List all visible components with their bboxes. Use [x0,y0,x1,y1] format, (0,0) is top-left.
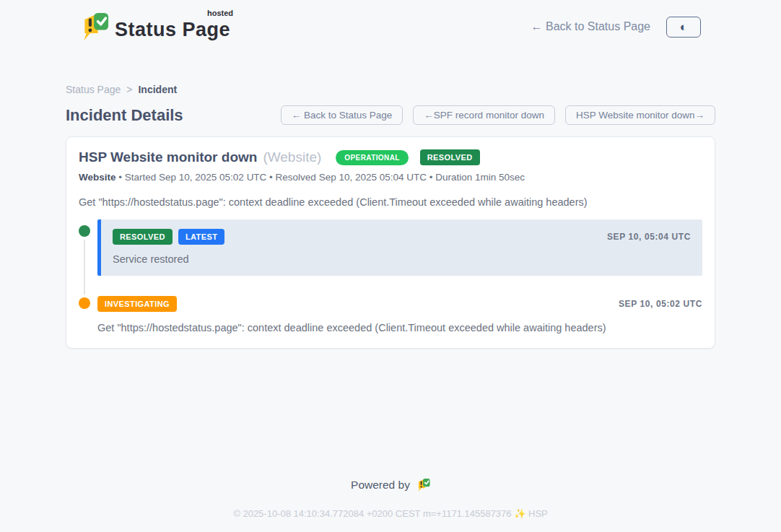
breadcrumb-incident: Incident [138,84,177,95]
timeline-message: Service restored [113,253,691,265]
back-to-status-page-button[interactable]: ← Back to Status Page [281,105,403,125]
incident-component: (Website) [263,149,321,165]
incident-timeline: RESOLVED LATEST SEP 10, 05:04 UTC Servic… [79,224,702,333]
copyright-text: © 2025-10-08 14:10:34.772084 +0200 CEST … [66,508,715,519]
timeline-entry-resolved: RESOLVED LATEST SEP 10, 05:04 UTC Servic… [79,224,702,276]
timeline-timestamp: SEP 10, 05:02 UTC [619,299,702,309]
theme-toggle-button[interactable]: ◐ [666,17,701,38]
status-page-logo-icon [80,10,109,43]
timeline-dot-resolved [79,225,90,237]
main-content: Status Page > Incident Incident Details … [66,84,715,519]
powered-by-logo-icon[interactable] [416,477,430,493]
circle-half-fill-icon: ◐ [680,21,687,33]
powered-by-label: Powered by [351,479,410,492]
timeline-dot-investigating [79,297,90,309]
brand-logo[interactable]: Status Page hosted [80,10,230,43]
header-back-link[interactable]: ← Back to Status Page [531,20,650,33]
incident-meta-details: • Started Sep 10, 2025 05:02 UTC • Resol… [116,172,525,183]
brand-name: Status Page [115,19,230,40]
incident-meta-component: Website [79,172,116,183]
incident-meta: Website • Started Sep 10, 2025 05:02 UTC… [79,172,702,183]
timeline-timestamp: SEP 10, 05:04 UTC [607,232,691,242]
incident-card: HSP Website monitor down (Website) OPERA… [66,136,715,349]
breadcrumb-separator: > [126,84,132,95]
breadcrumb-status-page[interactable]: Status Page [66,84,121,95]
timeline-entry-investigating: INVESTIGATING SEP 10, 05:02 UTC Get "htt… [79,296,702,333]
operational-status-badge: OPERATIONAL [336,150,408,165]
latest-badge: LATEST [178,229,224,245]
incident-title: HSP Website monitor down [79,149,257,165]
resolved-badge: RESOLVED [113,229,173,245]
resolved-status-badge: RESOLVED [420,149,480,165]
page-title: Incident Details [66,106,183,125]
prev-incident-button[interactable]: ←SPF record monitor down [413,105,555,125]
incident-nav-buttons: ← Back to Status Page ←SPF record monito… [281,105,715,125]
header: Status Page hosted ← Back to Status Page… [80,0,701,43]
footer: Powered by © 2025-10-08 14:10:34.772084 … [66,477,715,519]
investigating-badge: INVESTIGATING [97,296,177,312]
timeline-message: Get "https://hostedstatus.page": context… [97,322,702,333]
brand-superscript: hosted [207,9,233,17]
next-incident-button[interactable]: HSP Website monitor down→ [565,105,715,125]
incident-description: Get "https://hostedstatus.page": context… [79,196,702,208]
breadcrumb: Status Page > Incident [66,84,715,95]
